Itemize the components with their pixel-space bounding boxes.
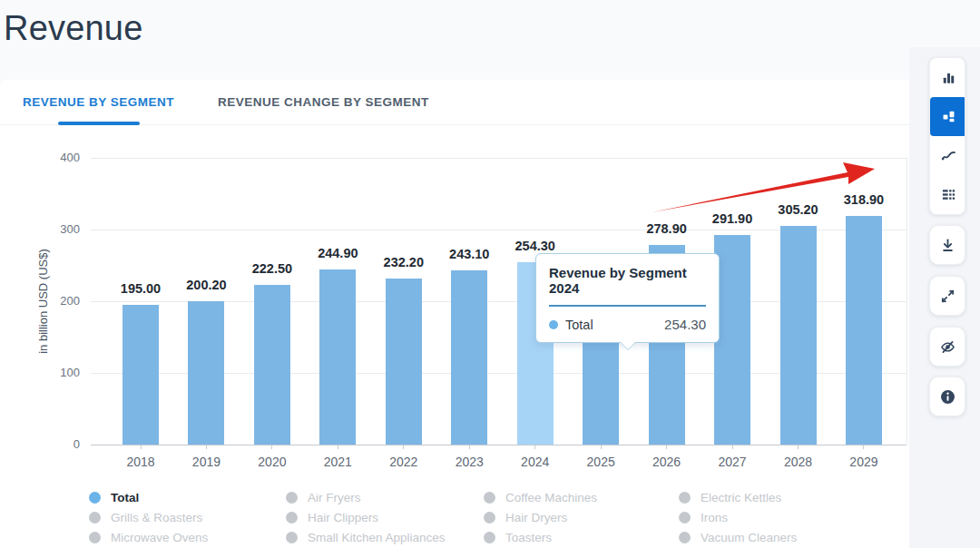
x-tick-2027 <box>732 445 733 449</box>
bar-value-2024: 254.30 <box>495 239 576 253</box>
statista-revenue-widget: Revenue REVENUE BY SEGMENTREVENUE CHANGE… <box>0 0 980 548</box>
legend-label: Electric Kettles <box>701 491 781 504</box>
tooltip-value: 254.30 <box>664 317 706 332</box>
line-chart-button[interactable] <box>930 136 965 175</box>
x-label-2018: 2018 <box>109 455 172 469</box>
legend-item-coffee-machines[interactable]: Coffee Machines <box>484 487 679 507</box>
bar-value-2019: 200.20 <box>165 278 247 292</box>
plot-area: in billion USD (US$) 0100200300400195.00… <box>91 158 907 445</box>
legend-label: Irons <box>701 511 728 524</box>
x-tick-2026 <box>666 445 667 449</box>
legend-item-microwave-ovens[interactable]: Microwave Ovens <box>89 527 286 547</box>
legend-dot-icon <box>484 532 495 543</box>
x-tick-2024 <box>534 445 535 449</box>
x-label-2020: 2020 <box>240 455 304 469</box>
x-label-2029: 2029 <box>832 455 896 469</box>
bar-2023[interactable] <box>451 270 487 445</box>
x-tick-2023 <box>469 445 470 449</box>
legend-dot-icon <box>484 492 495 504</box>
download-icon <box>940 238 956 253</box>
x-tick-2025 <box>601 445 602 449</box>
bar-2019[interactable] <box>188 301 224 445</box>
x-label-2019: 2019 <box>174 455 238 469</box>
download-button[interactable] <box>929 225 965 265</box>
segmented-chart-button[interactable] <box>930 97 965 136</box>
bar-2027[interactable] <box>714 235 750 445</box>
legend-column-3: Coffee MachinesHair DryersToasters <box>484 487 679 547</box>
legend-item-grills-roasters[interactable]: Grills & Roasters <box>89 507 286 527</box>
x-tick-2021 <box>338 445 338 449</box>
legend-label: Toasters <box>505 531 552 544</box>
line-chart-icon <box>941 148 956 163</box>
legend-label: Small Kitchen Appliances <box>308 531 446 544</box>
legend-item-irons[interactable]: Irons <box>679 507 910 527</box>
series-dot-icon <box>549 320 558 329</box>
hide-chart-button[interactable] <box>929 327 965 367</box>
page-header: Revenue <box>0 0 980 80</box>
page-title: Revenue <box>4 9 143 48</box>
bar-value-2029: 318.90 <box>823 192 905 207</box>
x-label-2027: 2027 <box>701 455 764 469</box>
tooltip-pointer <box>620 342 636 350</box>
fullscreen-button[interactable] <box>929 276 965 316</box>
chart-card: REVENUE BY SEGMENTREVENUE CHANGE BY SEGM… <box>0 80 980 548</box>
bar-2018[interactable] <box>122 305 159 445</box>
legend-dot-icon <box>89 492 101 504</box>
tooltip-series-label: Total <box>565 318 593 332</box>
tooltip-title: Revenue by Segment 2024 <box>549 265 706 296</box>
legend-label: Microwave Ovens <box>111 531 208 544</box>
legend-column-1: TotalGrills & RoastersMicrowave Ovens <box>89 487 286 547</box>
legend-label: Hair Dryers <box>505 511 567 524</box>
bar-2021[interactable] <box>319 269 356 445</box>
legend-label: Hair Clippers <box>308 511 378 524</box>
x-label-2022: 2022 <box>372 455 436 469</box>
bar-2020[interactable] <box>254 285 290 445</box>
legend-dot-icon <box>286 512 298 524</box>
legend-item-vacuum-cleaners[interactable]: Vacuum Cleaners <box>679 527 910 547</box>
info-icon <box>940 389 956 405</box>
legend-label: Vacuum Cleaners <box>701 531 797 544</box>
legend-item-hair-clippers[interactable]: Hair Clippers <box>286 507 484 527</box>
column-chart-button[interactable] <box>930 58 965 97</box>
bar-2028[interactable] <box>780 226 817 445</box>
fullscreen-icon <box>940 289 956 304</box>
legend-dot-icon <box>89 532 101 543</box>
legend-item-hair-dryers[interactable]: Hair Dryers <box>484 507 679 527</box>
x-tick-2029 <box>863 445 864 449</box>
legend-item-air-fryers[interactable]: Air Fryers <box>286 487 484 507</box>
bar-2029[interactable] <box>846 216 882 445</box>
x-label-2025: 2025 <box>569 455 632 469</box>
legend-label: Grills & Roasters <box>111 511 202 524</box>
x-label-2026: 2026 <box>635 455 699 469</box>
x-label-2028: 2028 <box>767 455 830 469</box>
info-button[interactable] <box>929 377 965 416</box>
data-table-button[interactable] <box>930 175 965 214</box>
column-chart-icon <box>941 70 956 85</box>
legend-item-toasters[interactable]: Toasters <box>484 527 679 547</box>
legend-dot-icon <box>89 512 101 524</box>
legend-dot-icon <box>286 492 298 504</box>
chart-type-switcher <box>929 57 965 215</box>
legend-dot-icon <box>484 512 495 524</box>
x-label-2021: 2021 <box>306 455 369 469</box>
x-label-2023: 2023 <box>437 455 501 469</box>
legend-item-small-kitchen-appliances[interactable]: Small Kitchen Appliances <box>286 527 484 547</box>
x-label-2024: 2024 <box>504 455 567 469</box>
tooltip-divider <box>549 305 706 307</box>
tab-revenue-change-by-segment[interactable]: REVENUE CHANGE BY SEGMENT <box>218 80 429 125</box>
bar-value-2020: 222.50 <box>231 261 313 276</box>
x-tick-2018 <box>141 445 142 449</box>
x-tick-2019 <box>206 445 207 449</box>
legend-dot-icon <box>286 532 298 543</box>
bar-2022[interactable] <box>386 279 422 445</box>
legend-column-2: Air FryersHair ClippersSmall Kitchen App… <box>286 487 484 547</box>
legend-dot-icon <box>679 492 691 504</box>
tooltip-row: Total 254.30 <box>549 317 706 332</box>
legend-column-4: Electric KettlesIronsVacuum Cleaners <box>679 487 910 547</box>
tab-revenue-by-segment[interactable]: REVENUE BY SEGMENT <box>23 80 174 125</box>
legend-dot-icon <box>679 512 691 524</box>
legend-item-total[interactable]: Total <box>89 487 286 507</box>
y-tick-0: 0 <box>33 437 80 451</box>
legend-item-electric-kettles[interactable]: Electric Kettles <box>679 487 910 507</box>
segmented-chart-icon <box>941 109 956 124</box>
